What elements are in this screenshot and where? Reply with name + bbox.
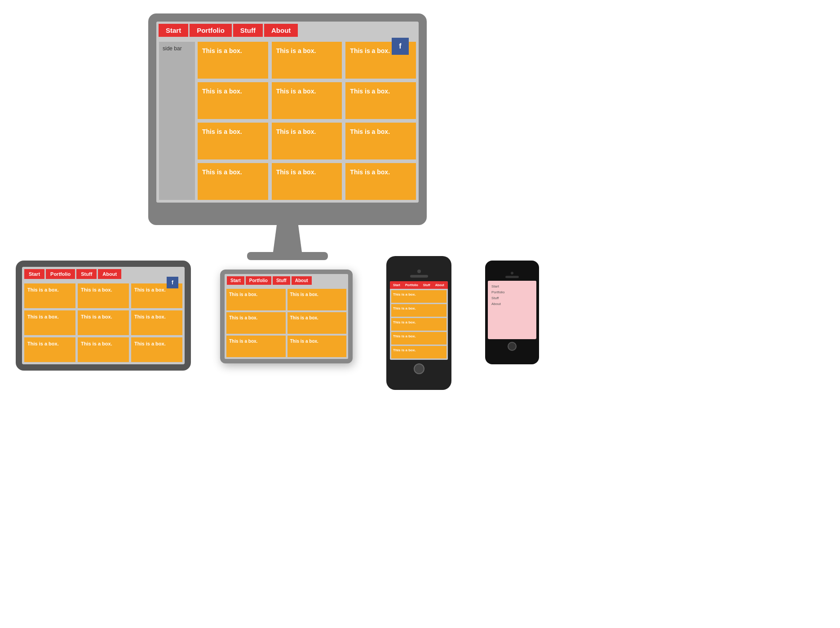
desktop-content: side bar This is a box. This is a box. T… (156, 39, 419, 203)
tl-box-3[interactable]: This is a box. (226, 312, 286, 334)
phone-sm-home-button[interactable] (508, 342, 517, 351)
phone-camera (417, 270, 421, 273)
phone-nav: Start Portfolio Stuff About (390, 281, 448, 289)
tablet-facebook-button[interactable]: f (167, 277, 178, 288)
phone-device: Start Portfolio Stuff About This is a bo… (386, 256, 451, 390)
phone-sm-frame: Start Portfolio Stuff About (485, 261, 539, 364)
tab-nav-stuff[interactable]: Stuff (76, 269, 97, 279)
desktop-monitor: Start Portfolio Stuff About f side bar T… (148, 13, 427, 260)
phone-sm-nav-about[interactable]: About (491, 301, 533, 307)
phone-speaker (410, 275, 428, 278)
box-1[interactable]: This is a box. (198, 42, 268, 79)
tablet-nav: Start Portfolio Stuff About f (22, 267, 185, 281)
phone-sm-nav-stuff[interactable]: Stuff (491, 295, 533, 301)
tl-boxes-grid: This is a box. This is a box. This is a … (226, 289, 346, 357)
phone-box-3[interactable]: This is a box. (391, 318, 447, 331)
tl-nav-about[interactable]: About (292, 276, 312, 285)
phone-home-button[interactable] (414, 363, 424, 374)
tablet-land-screen: Start Portfolio Stuff About This is a bo… (225, 274, 348, 359)
tablet-boxes-grid: This is a box. This is a box. This is a … (24, 283, 182, 362)
desktop-sidebar: side bar (159, 42, 195, 200)
phone-sm-speaker (505, 276, 519, 278)
tl-content: This is a box. This is a box. This is a … (225, 287, 348, 359)
box-6[interactable]: This is a box. (345, 82, 416, 119)
tab-box-9[interactable]: This is a box. (131, 337, 182, 362)
nav-start[interactable]: Start (159, 24, 188, 37)
tab-box-7[interactable]: This is a box. (24, 337, 75, 362)
phone-box-4[interactable]: This is a box. (391, 332, 447, 345)
tl-box-5[interactable]: This is a box. (226, 336, 286, 357)
tl-nav-portfolio[interactable]: Portfolio (246, 276, 271, 285)
phone-sm-screen: Start Portfolio Stuff About (488, 281, 536, 339)
tab-box-8[interactable]: This is a box. (78, 337, 129, 362)
tab-box-4[interactable]: This is a box. (24, 310, 75, 335)
box-11[interactable]: This is a box. (272, 163, 342, 200)
phone-sm-nav-portfolio[interactable]: Portfolio (491, 289, 533, 295)
tl-box-2[interactable]: This is a box. (287, 289, 347, 310)
tl-box-1[interactable]: This is a box. (226, 289, 286, 310)
phone-box-1[interactable]: This is a box. (391, 290, 447, 303)
tab-box-1[interactable]: This is a box. (24, 283, 75, 308)
nav-about[interactable]: About (264, 24, 298, 37)
box-7[interactable]: This is a box. (198, 123, 268, 159)
phone-sm-nav: Start Portfolio Stuff About (488, 281, 536, 310)
tablet-frame: Start Portfolio Stuff About f This is a … (16, 261, 191, 371)
phone-sm-camera (511, 272, 513, 274)
nav-stuff[interactable]: Stuff (233, 24, 263, 37)
phone-screen: Start Portfolio Stuff About This is a bo… (390, 281, 448, 360)
tablet-content: This is a box. This is a box. This is a … (22, 281, 185, 364)
desktop-nav: Start Portfolio Stuff About f (156, 22, 419, 39)
tab-box-6[interactable]: This is a box. (131, 310, 182, 335)
tl-nav-stuff[interactable]: Stuff (273, 276, 290, 285)
box-10[interactable]: This is a box. (198, 163, 268, 200)
tl-box-6[interactable]: This is a box. (287, 336, 347, 357)
monitor-base (247, 252, 328, 260)
tab-nav-start[interactable]: Start (24, 269, 44, 279)
tablet-land-frame: Start Portfolio Stuff About This is a bo… (220, 270, 353, 363)
tl-nav: Start Portfolio Stuff About (225, 274, 348, 287)
nav-portfolio[interactable]: Portfolio (190, 24, 232, 37)
phone-sm-nav-start[interactable]: Start (491, 283, 533, 289)
desktop-boxes-grid: This is a box. This is a box. This is a … (198, 42, 416, 200)
box-12[interactable]: This is a box. (345, 163, 416, 200)
box-9[interactable]: This is a box. (345, 123, 416, 159)
phone-nav-stuff[interactable]: Stuff (421, 282, 433, 288)
tab-box-2[interactable]: This is a box. (78, 283, 129, 308)
box-8[interactable]: This is a box. (272, 123, 342, 159)
phone-boxes-grid: This is a box. This is a box. This is a … (390, 289, 448, 360)
tab-nav-portfolio[interactable]: Portfolio (46, 269, 75, 279)
tl-box-4[interactable]: This is a box. (287, 312, 347, 334)
facebook-button[interactable]: f (392, 38, 409, 55)
tab-nav-about[interactable]: About (98, 269, 121, 279)
phone-box-2[interactable]: This is a box. (391, 304, 447, 317)
tab-box-5[interactable]: This is a box. (78, 310, 129, 335)
phone-nav-start[interactable]: Start (391, 282, 402, 288)
box-5[interactable]: This is a box. (272, 82, 342, 119)
monitor-screen: Start Portfolio Stuff About f side bar T… (156, 22, 419, 203)
tl-nav-start[interactable]: Start (227, 276, 244, 285)
phone-frame: Start Portfolio Stuff About This is a bo… (386, 256, 451, 390)
tablet-screen: Start Portfolio Stuff About f This is a … (22, 267, 185, 364)
box-2[interactable]: This is a box. (272, 42, 342, 79)
monitor-frame: Start Portfolio Stuff About f side bar T… (148, 13, 427, 225)
phone-box-5[interactable]: This is a box. (391, 346, 447, 358)
box-4[interactable]: This is a box. (198, 82, 268, 119)
tablet-portrait: Start Portfolio Stuff About f This is a … (16, 261, 191, 371)
phone-small-device: Start Portfolio Stuff About (485, 261, 539, 364)
monitor-stand (270, 225, 305, 252)
tablet-landscape: Start Portfolio Stuff About This is a bo… (220, 270, 353, 363)
phone-nav-about[interactable]: About (433, 282, 447, 288)
phone-nav-portfolio[interactable]: Portfolio (403, 282, 420, 288)
